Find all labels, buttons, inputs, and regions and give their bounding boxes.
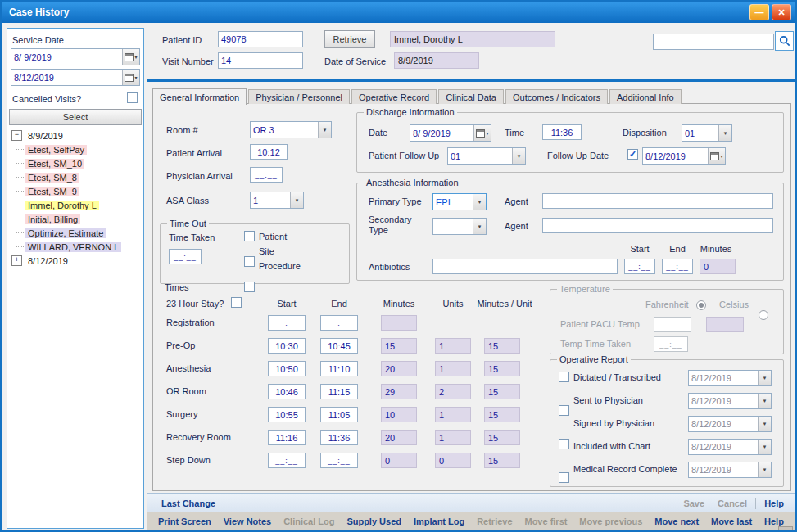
celsius-radio[interactable] (759, 310, 768, 320)
times-start-field[interactable]: 10:55 (268, 407, 306, 422)
times-end-field[interactable]: __:__ (320, 315, 358, 331)
times-start-field[interactable]: 11:16 (268, 430, 306, 445)
implant-log-button[interactable]: Implant Log (414, 516, 464, 526)
tree-collapse-icon[interactable]: − (11, 130, 22, 141)
move-last-button[interactable]: Move last (711, 516, 752, 526)
room-select[interactable]: OR 3▾ (250, 121, 332, 138)
chevron-down-icon[interactable]: ▾ (318, 122, 331, 138)
supply-used-button[interactable]: Supply Used (346, 516, 401, 526)
visit-number-field[interactable]: 14 (218, 52, 303, 69)
cancel-button[interactable]: Cancel (718, 498, 747, 508)
times-end-field[interactable]: 11:05 (320, 407, 358, 422)
retrieve-button[interactable]: Retrieve (324, 30, 375, 48)
move-next-button[interactable]: Move next (654, 516, 699, 526)
signed-by-physician-checkbox[interactable] (559, 439, 569, 449)
chevron-down-icon[interactable]: ▾ (473, 219, 486, 234)
tree-item-patient[interactable]: Optimize, Estimate (9, 226, 142, 240)
medical-record-complete-date[interactable]: 8/12/2019▾ (688, 462, 772, 478)
secondary-type-select[interactable]: ▾ (432, 218, 487, 235)
minimize-button[interactable]: — (749, 4, 769, 20)
tree-item-patient[interactable]: WILLARD, VERNON L (9, 240, 142, 254)
temp-time-taken-field[interactable]: __:__ (654, 336, 688, 352)
time-taken-field[interactable]: __:__ (169, 249, 202, 264)
patient-follow-up-select[interactable]: 01▾ (447, 147, 526, 165)
tab-outcomes-indicators[interactable]: Outcomes / Indicators (505, 89, 608, 104)
agent-2-field[interactable] (542, 218, 773, 233)
service-date-end-picker[interactable]: 8/12/2019 ▾ (11, 69, 140, 86)
tree-item-patient-selected[interactable]: Immel, Dorothy L (9, 198, 142, 212)
tree-item-patient[interactable]: Etest, SelfPay (9, 142, 142, 156)
timeout-procedure-checkbox[interactable] (244, 282, 255, 292)
tab-physician-personnel[interactable]: Physician / Personnel (248, 89, 350, 104)
chevron-down-icon[interactable]: ▾ (758, 462, 771, 477)
tab-clinical-data[interactable]: Clinical Data (438, 89, 504, 104)
tree-item-patient[interactable]: Initial, Billing (9, 212, 142, 226)
tab-operative-record[interactable]: Operative Record (351, 89, 437, 104)
times-start-field[interactable]: __:__ (268, 453, 306, 468)
included-with-chart-date[interactable]: 8/12/2019▾ (688, 439, 772, 455)
fahrenheit-radio[interactable] (696, 300, 706, 310)
chevron-down-icon[interactable]: ▾ (290, 192, 303, 208)
times-end-field[interactable]: __:__ (320, 453, 358, 468)
tab-general-information[interactable]: General Information (152, 88, 247, 105)
tree-item-patient[interactable]: Etest, SM_10 (9, 156, 142, 170)
tree-expand-icon[interactable]: + (11, 255, 22, 266)
help-toolbar-button[interactable]: Help (764, 516, 784, 526)
help-button[interactable]: Help (764, 498, 784, 508)
discharge-date-calendar-button[interactable]: ▾ (473, 125, 491, 141)
chevron-down-icon[interactable]: ▾ (512, 148, 525, 164)
tree-item-patient[interactable]: Etest, SM_8 (9, 170, 142, 184)
times-start-field[interactable]: 10:30 (268, 338, 306, 354)
tree-item-date-1[interactable]: − 8/9/2019 (9, 128, 142, 142)
asa-class-select[interactable]: 1▾ (250, 192, 304, 209)
times-end-field[interactable]: 11:15 (320, 384, 358, 399)
agent-1-field[interactable] (542, 193, 773, 209)
stay-checkbox[interactable] (231, 297, 242, 308)
chevron-down-icon[interactable]: ▾ (473, 194, 486, 210)
times-end-field[interactable]: 11:36 (320, 430, 358, 445)
print-screen-button[interactable]: Print Screen (158, 516, 211, 526)
antibiotics-field[interactable] (432, 259, 618, 274)
search-input[interactable] (653, 34, 774, 50)
pacu-temp-field[interactable] (654, 317, 691, 332)
resize-grip[interactable] (778, 526, 793, 532)
included-with-chart-checkbox[interactable] (559, 472, 569, 483)
tree-item-patient[interactable]: Etest, SM_9 (9, 184, 142, 198)
patient-arrival-field[interactable]: 10:12 (250, 144, 288, 160)
anes-end-field[interactable]: __:__ (662, 259, 693, 274)
sent-to-physician-checkbox[interactable] (559, 405, 569, 416)
dictated-transcribed-date[interactable]: 8/12/2019▾ (688, 370, 772, 386)
chevron-down-icon[interactable]: ▾ (758, 371, 771, 385)
sent-to-physician-date[interactable]: 8/12/2019▾ (688, 393, 772, 409)
service-date-end-calendar-button[interactable]: ▾ (122, 70, 139, 85)
follow-up-date-calendar-button[interactable]: ▾ (708, 148, 725, 164)
signed-by-physician-date[interactable]: 8/12/2019▾ (688, 416, 772, 432)
close-button[interactable]: ✕ (772, 4, 791, 20)
anes-start-field[interactable]: __:__ (624, 259, 655, 274)
times-end-field[interactable]: 11:10 (320, 361, 358, 376)
chevron-down-icon[interactable]: ▾ (758, 394, 771, 408)
service-date-start-picker[interactable]: 8/ 9/2019 ▾ (11, 48, 140, 65)
search-button[interactable] (775, 31, 794, 51)
times-start-field[interactable]: 10:50 (268, 361, 306, 376)
tab-additional-info[interactable]: Additional Info (609, 89, 682, 104)
view-notes-button[interactable]: View Notes (224, 516, 272, 526)
select-button[interactable]: Select (9, 109, 142, 125)
chevron-down-icon[interactable]: ▾ (758, 440, 771, 454)
tree-item-date-2[interactable]: + 8/12/2019 (9, 254, 142, 268)
chevron-down-icon[interactable]: ▾ (758, 417, 771, 431)
chevron-down-icon[interactable]: ▾ (718, 125, 731, 141)
physician-arrival-field[interactable]: __:__ (250, 167, 283, 183)
dictated-transcribed-checkbox[interactable] (559, 372, 569, 382)
discharge-time-field[interactable]: 11:36 (542, 124, 582, 140)
timeout-patient-checkbox[interactable] (244, 231, 255, 241)
save-button[interactable]: Save (683, 498, 704, 508)
patient-id-field[interactable]: 49078 (218, 31, 303, 47)
times-end-field[interactable]: 10:45 (320, 338, 358, 354)
timeout-site-checkbox[interactable] (244, 256, 255, 267)
cancelled-visits-checkbox[interactable] (127, 92, 138, 103)
service-date-start-calendar-button[interactable]: ▾ (122, 49, 139, 65)
times-start-field[interactable]: __:__ (268, 315, 306, 331)
follow-up-date-checkbox[interactable]: ✓ (627, 149, 638, 160)
disposition-select[interactable]: 01▾ (682, 124, 732, 142)
